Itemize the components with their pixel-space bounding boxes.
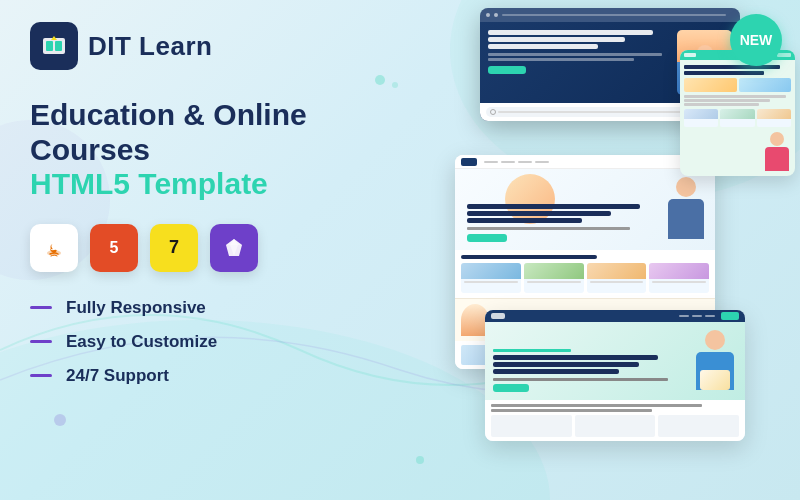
logo-area: DIT Learn <box>30 22 410 70</box>
feature-text-2: Easy to Customize <box>66 332 217 352</box>
headline-sub: HTML5 Template <box>30 167 410 202</box>
headline-main: Education & Online Courses <box>30 98 410 167</box>
svg-rect-9 <box>55 41 62 51</box>
feature-item-2: Easy to Customize <box>30 332 410 352</box>
html5-badge: 5 <box>90 224 138 272</box>
svg-marker-14 <box>226 239 242 245</box>
feature-item-1: Fully Responsive <box>30 298 410 318</box>
feature-dash-3 <box>30 374 52 377</box>
screenshot-right <box>680 50 795 176</box>
svg-rect-8 <box>46 41 53 51</box>
feature-dash-2 <box>30 340 52 343</box>
css-badge: 7 <box>150 224 198 272</box>
mock-nav-mid <box>455 155 715 169</box>
screenshot-bottom <box>485 310 745 441</box>
feature-dash-1 <box>30 306 52 309</box>
feature-text-1: Fully Responsive <box>66 298 206 318</box>
left-panel: DIT Learn Education & Online Courses HTM… <box>0 0 440 500</box>
headline: Education & Online Courses HTML5 Templat… <box>30 98 410 202</box>
feature-text-3: 24/7 Support <box>66 366 169 386</box>
mock-nav-top <box>480 8 740 22</box>
right-panel: NEW <box>400 0 800 500</box>
java-badge <box>30 224 78 272</box>
tech-badges: 5 7 <box>30 224 410 272</box>
features-list: Fully Responsive Easy to Customize 24/7 … <box>30 298 410 386</box>
new-badge: NEW <box>730 14 782 66</box>
gem-badge <box>210 224 258 272</box>
feature-item-3: 24/7 Support <box>30 366 410 386</box>
logo-text: DIT Learn <box>88 31 212 62</box>
logo-icon <box>30 22 78 70</box>
